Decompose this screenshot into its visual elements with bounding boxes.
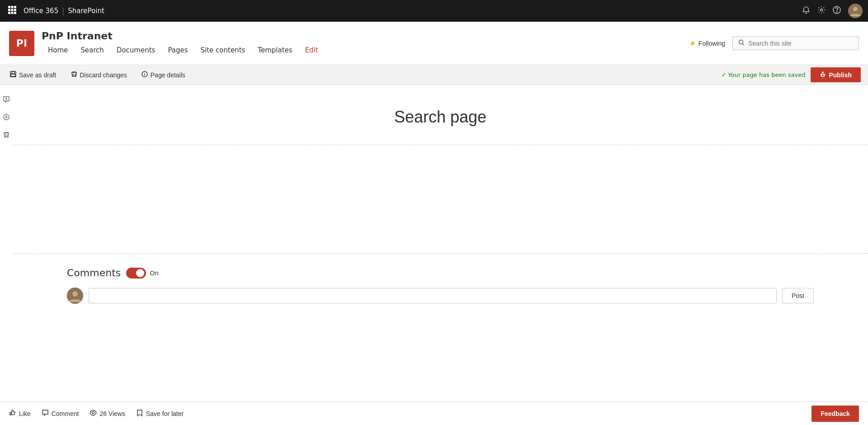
add-section-icon[interactable]: [1, 112, 12, 124]
save-for-later-label: Save for later: [146, 410, 184, 417]
edit-toolbar-right: ✓ Your page has been saved Publish: [722, 67, 861, 82]
top-bar-left: Office 365 | SharePoint: [5, 3, 104, 19]
nav-site-contents[interactable]: Site contents: [194, 44, 252, 56]
content-section[interactable]: [13, 145, 868, 254]
like-label: Like: [19, 410, 31, 417]
edit-toolbar-left: Save as draft Discard changes Page detai…: [7, 69, 188, 80]
site-header: PI PnP Intranet Home Search Documents Pa…: [0, 22, 868, 65]
svg-point-11: [836, 12, 837, 12]
svg-point-25: [72, 291, 78, 297]
page-title-input[interactable]: [67, 108, 814, 127]
discard-changes-button[interactable]: Discard changes: [68, 69, 130, 80]
bottom-bar-left: Like Comment 26 Views: [9, 409, 184, 418]
svg-rect-20: [821, 75, 824, 76]
views-label: 26 Views: [99, 410, 125, 417]
svg-rect-18: [11, 74, 15, 76]
search-icon: [738, 39, 745, 47]
save-for-later-button[interactable]: Save for later: [136, 409, 184, 418]
feedback-button[interactable]: Feedback: [811, 406, 859, 422]
checkmark-icon: ✓: [722, 71, 726, 78]
svg-rect-17: [12, 71, 14, 74]
nav-documents[interactable]: Documents: [110, 44, 162, 56]
settings-icon[interactable]: [817, 6, 826, 16]
svg-line-15: [743, 44, 745, 46]
page-details-icon: [142, 71, 148, 79]
help-icon[interactable]: [833, 6, 841, 16]
saved-message-text: Your page has been saved: [728, 71, 806, 78]
user-avatar[interactable]: [848, 4, 863, 18]
comments-label: Comments: [67, 267, 121, 279]
star-icon: ★: [689, 39, 696, 47]
edit-toolbar: Save as draft Discard changes Page detai…: [0, 65, 868, 85]
post-button[interactable]: Post: [782, 288, 814, 303]
site-title[interactable]: PnP Intranet: [42, 30, 325, 42]
main-content: Comments On Post: [0, 85, 868, 401]
svg-rect-2: [14, 6, 16, 8]
nav-pages[interactable]: Pages: [161, 44, 194, 56]
discard-icon: [71, 71, 77, 79]
site-header-left: PI PnP Intranet Home Search Documents Pa…: [9, 30, 325, 56]
page-details-button[interactable]: Page details: [139, 69, 188, 80]
comments-section: Comments On Post: [13, 254, 868, 317]
svg-point-27: [92, 412, 94, 414]
comment-add-icon[interactable]: [1, 94, 12, 106]
left-toolbar: [0, 85, 13, 401]
views-button[interactable]: 26 Views: [90, 409, 125, 418]
publish-label: Publish: [829, 71, 852, 79]
like-button[interactable]: Like: [9, 409, 31, 418]
svg-rect-3: [8, 9, 10, 11]
publish-button[interactable]: Publish: [811, 67, 861, 82]
nav-home[interactable]: Home: [42, 44, 74, 56]
site-header-right: ★ Following: [689, 36, 859, 50]
views-icon: [90, 409, 97, 418]
publish-icon: [820, 71, 826, 79]
comment-input[interactable]: [89, 288, 777, 303]
nav-edit[interactable]: Edit: [299, 44, 325, 56]
save-draft-label: Save as draft: [19, 71, 57, 79]
like-icon: [9, 409, 16, 418]
top-bar-brand: Office 365 | SharePoint: [24, 7, 104, 15]
site-nav: Home Search Documents Pages Site content…: [42, 44, 325, 56]
page-details-label: Page details: [151, 71, 185, 79]
save-draft-button[interactable]: Save as draft: [7, 69, 59, 80]
comment-label: Comment: [52, 410, 79, 417]
comments-header: Comments On: [67, 267, 814, 279]
comment-input-row: Post: [67, 288, 814, 304]
comment-button[interactable]: Comment: [42, 409, 79, 418]
following-label: Following: [698, 40, 725, 47]
nav-search[interactable]: Search: [74, 44, 110, 56]
sharepoint-label[interactable]: SharePoint: [68, 7, 104, 15]
notifications-icon[interactable]: [802, 6, 810, 16]
svg-point-13: [853, 7, 858, 11]
svg-rect-5: [14, 9, 16, 11]
page-title-section: [13, 94, 868, 145]
waffle-icon[interactable]: [5, 3, 19, 19]
toggle-wrapper: On: [126, 268, 159, 279]
svg-rect-1: [11, 6, 14, 8]
brand-separator: |: [62, 7, 64, 15]
save-for-later-icon: [136, 409, 143, 418]
svg-rect-26: [10, 412, 11, 415]
saved-message: ✓ Your page has been saved: [722, 71, 806, 78]
comment-icon: [42, 409, 49, 418]
search-input[interactable]: [748, 40, 853, 47]
delete-section-icon[interactable]: [1, 129, 12, 142]
save-draft-icon: [10, 71, 16, 79]
commenter-avatar: [67, 288, 83, 304]
site-title-nav: PnP Intranet Home Search Documents Pages…: [42, 30, 325, 56]
page-content: Comments On Post: [13, 85, 868, 401]
office365-label[interactable]: Office 365: [24, 7, 58, 15]
svg-point-9: [821, 9, 823, 11]
discard-changes-label: Discard changes: [80, 71, 127, 79]
bottom-bar: Like Comment 26 Views: [0, 401, 868, 425]
svg-rect-6: [8, 12, 10, 14]
svg-rect-0: [8, 6, 10, 8]
svg-rect-4: [11, 9, 14, 11]
comments-toggle[interactable]: [126, 268, 146, 279]
svg-rect-8: [14, 12, 16, 14]
nav-templates[interactable]: Templates: [251, 44, 298, 56]
site-logo[interactable]: PI: [9, 31, 34, 56]
svg-point-14: [739, 40, 743, 44]
following-button[interactable]: ★ Following: [689, 39, 725, 47]
svg-rect-7: [11, 12, 14, 14]
